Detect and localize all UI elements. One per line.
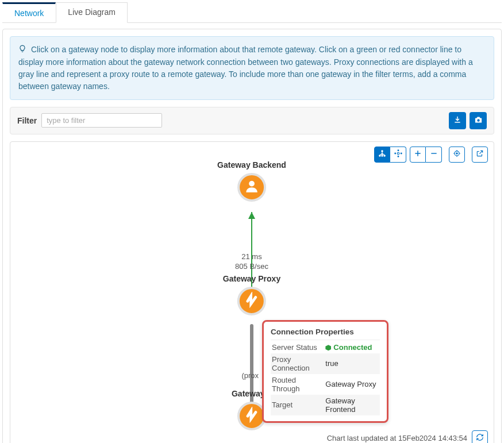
filter-input[interactable]	[41, 113, 162, 128]
info-text: Click on a gateway node to display more …	[18, 45, 473, 91]
prop-row: Routed Through Gateway Proxy	[271, 374, 380, 395]
tab-network[interactable]: Network	[2, 2, 56, 22]
prop-key: Server Status	[271, 341, 324, 353]
svg-point-14	[249, 181, 255, 187]
lightbulb-icon	[18, 44, 26, 56]
status-ok-icon	[325, 345, 331, 350]
refresh-icon	[476, 433, 484, 443]
diagram-canvas[interactable]: Gateway Backend 21 ms 805 B/sec Gateway …	[10, 142, 494, 443]
main-container: Click on a gateway node to display more …	[2, 29, 502, 443]
node-avatar	[237, 287, 266, 315]
prop-value: Gateway Frontend	[324, 395, 380, 415]
edge-metrics: 21 ms 805 B/sec	[235, 252, 268, 272]
prop-key: Proxy Connection	[271, 353, 324, 374]
user-icon	[244, 179, 259, 195]
camera-button[interactable]	[470, 112, 487, 129]
prop-row: Proxy Connection true	[271, 353, 380, 374]
gateway-node-backend[interactable]: Gateway Backend	[217, 160, 286, 202]
alert-icon	[244, 407, 260, 425]
popup-title: Connection Properties	[271, 328, 380, 340]
prop-key: Target	[271, 395, 324, 415]
connection-properties-popup: Connection Properties Server Status Conn…	[262, 320, 388, 423]
latency-value: 21 ms	[235, 252, 268, 262]
download-icon	[453, 115, 461, 125]
diagram-panel: Gateway Backend 21 ms 805 B/sec Gateway …	[10, 141, 494, 443]
prop-value: true	[324, 353, 380, 374]
diagram-footer: Chart last updated at 15Feb2024 14:43:54	[327, 430, 488, 443]
throughput-value: 805 B/sec	[235, 262, 268, 272]
prop-row: Target Gateway Frontend	[271, 395, 380, 415]
filter-label: Filter	[17, 116, 37, 125]
camera-icon	[474, 115, 483, 126]
tab-live-diagram[interactable]: Live Diagram	[56, 2, 127, 23]
filter-bar: Filter	[10, 107, 494, 134]
gateway-node-proxy[interactable]: Gateway Proxy	[223, 274, 280, 315]
node-label: Gateway Proxy	[223, 274, 280, 283]
alert-icon	[244, 292, 260, 310]
svg-point-0	[477, 119, 479, 121]
prop-value: Connected	[324, 341, 380, 353]
node-avatar	[237, 173, 266, 202]
node-label: Gateway Backend	[217, 160, 286, 170]
prop-key: Routed Through	[271, 374, 324, 395]
last-updated-text: Chart last updated at 15Feb2024 14:43:54	[327, 434, 467, 442]
prop-row: Server Status Connected	[271, 341, 380, 353]
info-banner: Click on a gateway node to display more …	[10, 36, 494, 100]
refresh-button[interactable]	[472, 430, 488, 443]
tab-bar: Network Live Diagram	[2, 2, 502, 23]
prop-value: Gateway Proxy	[324, 374, 380, 395]
download-button[interactable]	[449, 112, 466, 129]
proxy-edge-label: (prox	[241, 371, 259, 380]
